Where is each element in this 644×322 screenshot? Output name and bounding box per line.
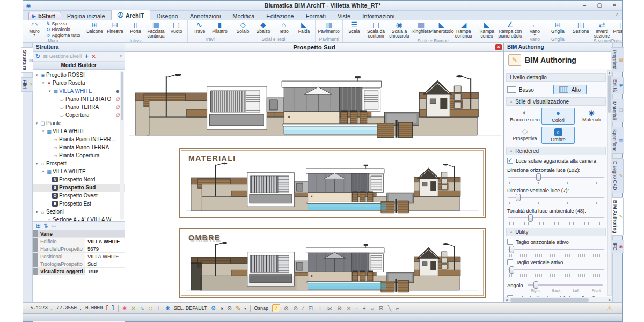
osnap-perpendicular-icon[interactable]: ⊥ xyxy=(318,305,323,311)
ribbon-button-finestra[interactable]: ⊟Finestra xyxy=(105,21,125,38)
ribbon-button-aggiorna-tutto[interactable]: ↺Aggiorna tutto xyxy=(46,33,80,38)
taglio-v-slider[interactable] xyxy=(508,266,604,274)
ribbon-button-rampa-continua[interactable]: ◢Rampa continua xyxy=(452,21,475,38)
osnap-intersection-icon[interactable]: ✕ xyxy=(347,305,351,311)
osnap-quadrant-icon[interactable]: + xyxy=(363,305,366,311)
taglio-v-checkbox[interactable] xyxy=(507,259,513,265)
ribbon-button-scala-da-contorni[interactable]: ▤Scala da contorni xyxy=(364,21,387,38)
tree-item-piano-terra[interactable]: ▱Piano TERRA∅ xyxy=(33,103,125,111)
tab-entita[interactable]: ✱Entità xyxy=(611,77,624,94)
ribbon-button-scala-a-chiocciola[interactable]: ◉Scala a chiocciola xyxy=(387,21,411,38)
tab-disegno-cad[interactable]: ✎Disegno CAD xyxy=(611,158,624,193)
tab-proprieta[interactable]: ▤Proprietà xyxy=(611,47,624,72)
ribbon-button-inverti-sezione[interactable]: ⇄Inverti sezione xyxy=(591,21,612,38)
snap-grid-icon[interactable]: ∷ xyxy=(149,305,152,311)
contrast-icon[interactable]: ◑ xyxy=(219,305,223,311)
tab-modifica[interactable]: Modifica xyxy=(226,12,260,20)
sort-az-icon[interactable]: ⇅ xyxy=(43,223,48,229)
tree-item-pianta-copertura[interactable]: ▱Pianta Copertura xyxy=(33,151,125,159)
canvas-close-icon[interactable]: ✕ xyxy=(495,44,502,50)
tab-formati[interactable]: Formati xyxy=(300,12,332,20)
dir-v-slider[interactable] xyxy=(508,194,604,201)
tree-item-piante[interactable]: ▾❏Piante xyxy=(33,119,125,127)
ribbon-button-griglia[interactable]: ⊞Griglia xyxy=(547,21,568,36)
tab-bim-authoring[interactable]: ✎BIM Authoring xyxy=(611,197,624,236)
inclinazione-checkbox[interactable] xyxy=(507,295,513,297)
osnap-node-icon[interactable]: · xyxy=(356,305,357,311)
osnap-center-icon[interactable]: ⊙ xyxy=(293,305,297,311)
stile-prospettiva[interactable]: ◇Prospettiva xyxy=(508,127,541,144)
ribbon-button-facciata-continua[interactable]: ▥Facciata continua xyxy=(145,21,166,38)
snap-intersection-icon[interactable]: ✕ xyxy=(131,305,135,311)
tab-pagina-iniziale[interactable]: Pagina iniziale xyxy=(61,12,111,20)
minimize-button[interactable]: – xyxy=(577,1,592,10)
tab-materiali[interactable]: ❏Materiali xyxy=(611,99,624,122)
bstart-button[interactable]: ▶bStart xyxy=(28,12,61,20)
ribbon-button-balcone[interactable]: ⊞Balcone xyxy=(84,21,105,38)
osnap-tangent-icon[interactable]: ╲ xyxy=(388,305,391,311)
add-level-button[interactable]: + xyxy=(85,53,89,60)
livello-basso-option[interactable]: Basso xyxy=(507,86,534,93)
livello-alto-option[interactable]: Alto xyxy=(553,85,587,94)
luce-solare-checkbox[interactable] xyxy=(507,158,513,164)
osnap-apparent-icon[interactable]: ※ xyxy=(338,305,342,311)
ribbon-button-vano[interactable]: ⌐Vano▾ xyxy=(524,21,545,36)
osnap-circle-icon[interactable]: ○ xyxy=(371,305,374,311)
tree-item-prospetto-nord[interactable]: NProspetto Nord xyxy=(33,175,125,184)
ribbon-button-porta[interactable]: ▯Porta xyxy=(125,21,145,38)
hidden-icon[interactable]: ∅ xyxy=(116,113,120,118)
categorized-icon[interactable]: ⊞ xyxy=(36,223,40,229)
tree-item-prospetti-villa[interactable]: ▾▦VILLA WHITE xyxy=(33,167,125,175)
tree-item-villa-white[interactable]: ▾▦VILLA WHITE☻ xyxy=(33,87,125,95)
maximize-button[interactable]: ▢ xyxy=(592,1,607,10)
refresh-icon[interactable]: ↻ xyxy=(35,53,40,60)
property-row-edificio[interactable]: EdificioVILLA WHITE xyxy=(33,238,125,245)
close-button[interactable]: ✕ xyxy=(607,1,622,10)
taglio-h-checkbox[interactable] xyxy=(507,239,513,245)
tree-item-prospetto-ovest[interactable]: OProspetto Ovest xyxy=(33,192,125,200)
tree-item-pianta-interrato[interactable]: ▱Pianta Piano INTERRATO xyxy=(33,135,125,143)
osnap-label[interactable]: Osnap xyxy=(254,305,269,311)
dir-h-slider[interactable] xyxy=(508,173,604,181)
tab-editazione[interactable]: Editazione xyxy=(260,12,299,20)
ribbon-button-falda[interactable]: ◣Falda xyxy=(294,21,314,36)
ribbon-button-trave[interactable]: ∿Trave xyxy=(189,21,209,36)
osnap-pen-icon[interactable]: ∕ xyxy=(272,304,280,312)
tree-item-prospetto-sud[interactable]: SProspetto Sud xyxy=(33,184,125,192)
ribbon-button-scala[interactable]: ☰Scala xyxy=(344,21,364,38)
stile-ombre[interactable]: ○Ombre xyxy=(541,127,575,144)
ribbon-button-spezza[interactable]: ↯Spezza xyxy=(46,21,80,26)
ribbon-button-pianerottolo[interactable]: ◣Pianerottolo xyxy=(431,21,452,38)
property-row-handleid[interactable]: HandleIdProspetto5679 xyxy=(33,245,125,253)
tree-item-sezioni[interactable]: ▾⌂Sezioni xyxy=(33,208,125,216)
ribbon-button-pavimento[interactable]: ▦Pavimento xyxy=(317,21,340,36)
stile-materiali[interactable]: ◉Materiali xyxy=(575,108,608,125)
ribbon-button-prospetto[interactable]: ▤Prospetto xyxy=(613,21,622,38)
tree-item-sezione-a[interactable]: ⌂Sezione A - A' ( VILLA WHITE ) xyxy=(33,216,125,222)
ribbon-button-solaio[interactable]: ◇Solaio xyxy=(232,21,253,36)
property-row-visualizza[interactable]: Visualizza oggetti BITrue xyxy=(33,268,125,275)
snap-perpendicular-icon[interactable]: ⊥ xyxy=(157,305,162,311)
tab-archit[interactable]: ⒶArchIT xyxy=(111,10,151,20)
delete-level-button[interactable]: ✕ xyxy=(91,53,96,60)
tree-item-piante-villa[interactable]: ▾▦VILLA WHITE xyxy=(33,127,125,135)
property-row-tipologia[interactable]: TipologiaProspettoSud xyxy=(33,260,125,268)
ribbon-button-vuoto[interactable]: ▢Vuoto xyxy=(166,21,186,38)
snap-node-icon[interactable]: ✱ xyxy=(165,305,170,311)
person-add-icon[interactable]: ☻ xyxy=(115,89,120,94)
zoom-lens-icon[interactable]: ⊙ xyxy=(227,305,232,312)
tree-item-copertura[interactable]: ▱Copertura∅ xyxy=(33,111,125,119)
property-box-icon[interactable]: ▭ xyxy=(52,223,56,229)
snap-curve-icon[interactable]: ∿ xyxy=(140,305,144,311)
tab-annotazioni[interactable]: Annotazioni xyxy=(184,12,227,20)
warning-icon[interactable]: ⚠ xyxy=(606,304,612,312)
gestione-livelli-button[interactable]: ▦Gestione Livelli xyxy=(43,54,82,59)
osnap-parallel-icon[interactable]: ⌐ xyxy=(396,305,399,311)
tree-item-piano-interrato[interactable]: ▱Piano INTERRATO∅ xyxy=(33,95,125,103)
property-category[interactable]: Varie xyxy=(33,230,125,238)
ribbon-collapse-icon[interactable]: ∧ xyxy=(616,12,619,17)
canvas-viewport[interactable]: MATERIALI OMBRE xyxy=(125,52,503,302)
settings-gear-icon[interactable]: ⚙ xyxy=(211,305,216,312)
osnap-extension-icon[interactable]: ⋉ xyxy=(327,305,333,311)
tab-specifiche[interactable]: ▥Specifiche xyxy=(611,127,624,155)
